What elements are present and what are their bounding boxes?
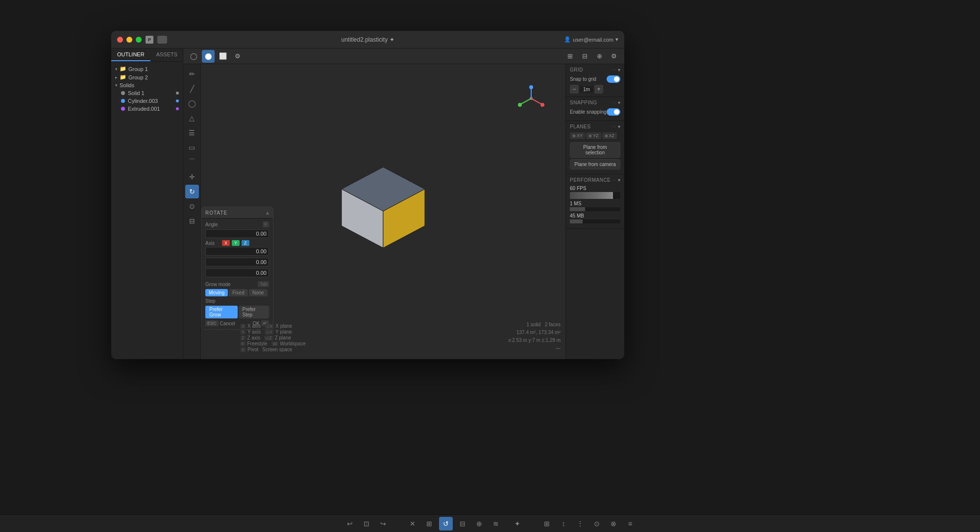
plane-yz[interactable]: ⊞ YZ bbox=[586, 132, 601, 139]
axis-indicators-left: X X axis ◇X X plane bbox=[240, 323, 306, 352]
snap-label: Snap to grid bbox=[570, 76, 607, 82]
global-scale[interactable]: ⊟ bbox=[456, 517, 469, 531]
global-undo[interactable]: ↩ bbox=[343, 517, 357, 531]
snapping-collapse[interactable]: ▾ bbox=[618, 100, 620, 105]
toolbar-settings[interactable]: ⚙ bbox=[608, 50, 620, 63]
cancel-button[interactable]: ESC Cancel bbox=[205, 320, 235, 326]
axis-y-input[interactable] bbox=[205, 258, 269, 266]
mode-moving[interactable]: Moving bbox=[205, 289, 228, 296]
mode-fixed[interactable]: Fixed bbox=[229, 289, 247, 296]
angle-input[interactable] bbox=[205, 229, 269, 238]
svg-point-6 bbox=[540, 103, 544, 107]
snapping-menu[interactable]: ··· bbox=[612, 100, 616, 105]
planes-menu[interactable]: ··· bbox=[612, 124, 616, 129]
axis-y-btn[interactable]: Y bbox=[232, 240, 240, 246]
global-view3[interactable]: ⋮ bbox=[573, 517, 587, 531]
toolbar-gear[interactable]: ⚙ bbox=[231, 50, 244, 63]
grid-menu[interactable]: ··· bbox=[612, 67, 616, 73]
mode-none[interactable]: None bbox=[249, 289, 268, 296]
status-solids-faces: 1 solid 2 faces bbox=[508, 321, 561, 329]
performance-collapse[interactable]: ▾ bbox=[618, 177, 620, 183]
tree-item-extruded001[interactable]: Extruded.001 bbox=[111, 105, 183, 113]
solids-label: Solids bbox=[120, 82, 134, 88]
minimize-button[interactable] bbox=[126, 37, 132, 43]
global-add[interactable]: ⊕ bbox=[472, 517, 486, 531]
key-v: V bbox=[240, 347, 246, 352]
cube-svg bbox=[329, 152, 437, 260]
global-view5[interactable]: ⊗ bbox=[607, 517, 620, 531]
tool-scale[interactable]: ⊙ bbox=[185, 199, 199, 213]
grid-collapse[interactable]: ▾ bbox=[618, 67, 620, 73]
tool-line[interactable]: ╱ bbox=[185, 82, 199, 96]
planes-collapse[interactable]: ▾ bbox=[618, 124, 620, 129]
axis-z-btn[interactable]: Z bbox=[242, 240, 249, 246]
toolbar-square[interactable]: ⬜ bbox=[217, 50, 229, 63]
performance-section-header: PERFORMANCE ··· ▾ bbox=[570, 177, 620, 183]
tree-item-group1[interactable]: ▾ 📁 Group 1 bbox=[111, 65, 183, 73]
tool-pen[interactable]: ✏ bbox=[185, 67, 199, 81]
global-snap[interactable]: ≋ bbox=[489, 517, 503, 531]
svg-point-4 bbox=[529, 85, 533, 89]
viewport-gizmo[interactable] bbox=[516, 84, 546, 114]
tool-rect[interactable]: ▭ bbox=[185, 141, 199, 154]
user-dropdown-icon[interactable]: ▾ bbox=[615, 36, 618, 43]
prefer-step-btn[interactable]: Prefer Step bbox=[239, 306, 269, 318]
snapping-toggle[interactable] bbox=[607, 108, 620, 116]
rotate-close-btn[interactable]: ▴ bbox=[266, 209, 269, 216]
snapping-section-header: SNAPPING ··· ▾ bbox=[570, 100, 620, 105]
axis-x-btn[interactable]: X bbox=[222, 240, 230, 246]
global-rotate[interactable]: ↺ bbox=[439, 517, 453, 531]
tool-triangle[interactable]: △ bbox=[185, 111, 199, 125]
tool-curve[interactable]: ⌒ bbox=[185, 155, 199, 169]
tree-item-solids[interactable]: ▾ Solids bbox=[111, 81, 183, 89]
stepper-plus[interactable]: + bbox=[594, 85, 603, 94]
svg-point-9 bbox=[530, 97, 533, 100]
group1-label: Group 1 bbox=[128, 66, 148, 72]
axis-x-input[interactable] bbox=[205, 247, 269, 256]
toolbar-cursor[interactable]: ⊞ bbox=[564, 50, 576, 63]
global-view4[interactable]: ⊙ bbox=[590, 517, 604, 531]
close-button[interactable] bbox=[117, 37, 123, 43]
global-toolbar: ↩ ⊡ ↪ ✕ ⊞ ↺ ⊟ ⊕ ≋ ✦ ⊞ ↕ ⋮ ⊙ ⊗ ≡ bbox=[0, 514, 980, 532]
plane-xz[interactable]: ⊞ XZ bbox=[602, 132, 617, 139]
snapping-section: SNAPPING ··· ▾ Enable snapping bbox=[566, 97, 624, 121]
toolbar-circle-filled[interactable]: ⬤ bbox=[202, 50, 215, 63]
status-info: 1 solid 2 faces 137.4 m², 173.34 m² x:2.… bbox=[508, 321, 561, 352]
tab-assets[interactable]: ASSETS bbox=[150, 48, 183, 61]
toolbar-multi-cursor[interactable]: ⊟ bbox=[578, 50, 591, 63]
tree-item-solid1[interactable]: Solid 1 bbox=[111, 89, 183, 97]
global-redo[interactable]: ↪ bbox=[376, 517, 390, 531]
tool-circle[interactable]: ◯ bbox=[185, 97, 199, 110]
tool-layers[interactable]: ⊟ bbox=[185, 214, 199, 228]
plane-xy[interactable]: ⊞ XY bbox=[570, 132, 585, 139]
prefer-grow-btn[interactable]: Prefer Grow bbox=[205, 306, 238, 318]
global-grid[interactable]: ⊡ bbox=[360, 517, 373, 531]
cube-3d bbox=[329, 152, 437, 260]
tool-transform[interactable]: ✛ bbox=[185, 170, 199, 184]
global-view2[interactable]: ↕ bbox=[557, 517, 570, 531]
toolbar-right: ⊞ ⊟ ⊕ ⚙ bbox=[564, 50, 620, 63]
plane-from-camera-btn[interactable]: Plane from camera bbox=[570, 159, 620, 169]
toolbar-grid-view[interactable]: ⊕ bbox=[593, 50, 606, 63]
viewport[interactable]: ROTATE ▴ Angle F bbox=[201, 64, 565, 359]
performance-menu[interactable]: ··· bbox=[612, 177, 616, 183]
tab-outliner[interactable]: OUTLINER bbox=[111, 48, 150, 61]
global-select[interactable]: ✕ bbox=[406, 517, 419, 531]
global-view1[interactable]: ⊞ bbox=[540, 517, 554, 531]
toolbar-circle[interactable]: ◯ bbox=[187, 50, 200, 63]
tree-item-group2[interactable]: ▸ 📁 Group 2 bbox=[111, 73, 183, 81]
tool-stack[interactable]: ☰ bbox=[185, 126, 199, 140]
stepper-minus[interactable]: − bbox=[570, 85, 579, 94]
main-toolbar: ◯ ⬤ ⬜ ⚙ ⊞ ⊟ ⊕ ⚙ bbox=[183, 48, 624, 64]
global-transform[interactable]: ⊞ bbox=[422, 517, 436, 531]
plane-from-selection-btn[interactable]: Plane from selection bbox=[570, 142, 620, 158]
sidebar-toggle[interactable] bbox=[157, 36, 167, 44]
axis-z-input[interactable] bbox=[205, 268, 269, 277]
fullscreen-button[interactable] bbox=[136, 37, 142, 43]
tool-rotate[interactable]: ↻ bbox=[185, 185, 199, 198]
snap-toggle[interactable] bbox=[607, 75, 620, 83]
global-view6[interactable]: ≡ bbox=[623, 517, 637, 531]
global-star[interactable]: ✦ bbox=[511, 517, 524, 531]
tree-item-cylinder003[interactable]: Cylinder.003 bbox=[111, 97, 183, 105]
key-oy: ◇Y bbox=[265, 330, 274, 335]
